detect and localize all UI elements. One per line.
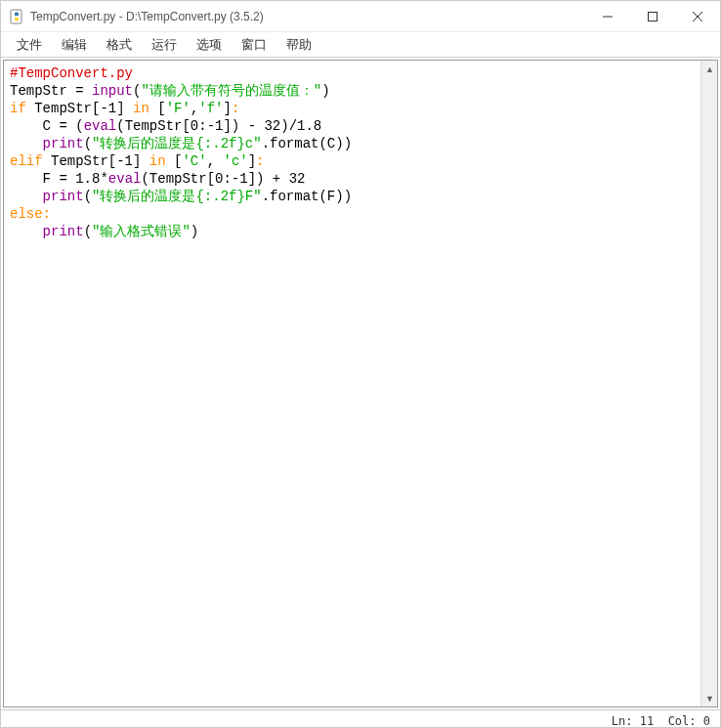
svg-rect-2 [649,12,657,21]
menubar: 文件 编辑 格式 运行 选项 窗口 帮助 [1,32,720,58]
vertical-scrollbar[interactable]: ▲ ▼ [700,61,717,707]
col-label: Col: [668,714,697,728]
close-button[interactable] [675,1,720,32]
col-number: 0 [703,714,710,728]
svg-rect-0 [11,10,21,23]
menu-file[interactable]: 文件 [9,33,50,57]
statusbar: Ln: 11 Col: 0 [1,709,720,728]
menu-format[interactable]: 格式 [99,33,140,57]
scroll-up-icon[interactable]: ▲ [701,61,718,77]
titlebar: TempConvert.py - D:\TempConvert.py (3.5.… [1,1,720,32]
maximize-button[interactable] [630,1,675,32]
menu-help[interactable]: 帮助 [278,33,319,57]
scroll-down-icon[interactable]: ▼ [701,690,718,707]
window-title: TempConvert.py - D:\TempConvert.py (3.5.… [30,10,585,23]
line-label: Ln: [612,714,633,728]
menu-edit[interactable]: 编辑 [54,33,95,57]
minimize-button[interactable] [585,1,630,32]
menu-window[interactable]: 窗口 [233,33,275,57]
line-number: 11 [640,714,654,728]
editor-area: #TempConvert.pyTempStr = input("请输入带有符号的… [3,60,718,707]
menu-options[interactable]: 选项 [189,33,230,57]
window-controls [585,1,720,32]
menu-run[interactable]: 运行 [144,33,185,57]
code-editor[interactable]: #TempConvert.pyTempStr = input("请输入带有符号的… [4,61,717,244]
python-file-icon [9,9,24,24]
